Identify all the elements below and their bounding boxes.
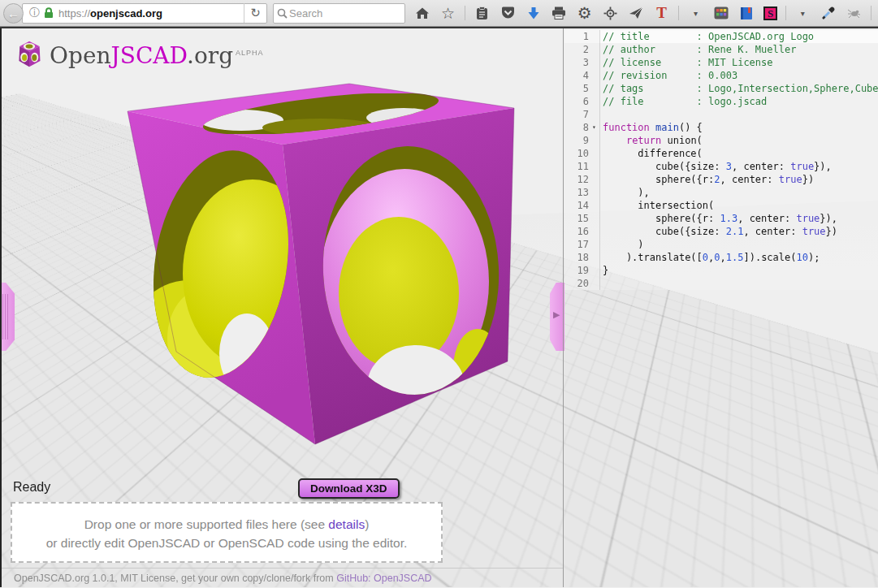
code-text[interactable]: // author : Rene K. Mueller <box>600 43 796 56</box>
code-text[interactable]: ) <box>600 238 644 251</box>
code-text[interactable]: ).translate([0,0,1.5]).scale(10); <box>600 251 820 264</box>
code-text[interactable] <box>600 277 603 290</box>
code-text[interactable]: // title : OpenJSCAD.org Logo <box>600 30 814 43</box>
shareaholic-caret[interactable]: ▾ <box>794 4 811 22</box>
palette-button[interactable] <box>712 4 730 22</box>
code-line[interactable]: 2// author : Rene K. Mueller <box>564 43 878 56</box>
code-text[interactable]: intersection( <box>600 199 714 212</box>
status-text: Ready <box>13 480 50 495</box>
github-link[interactable]: GitHub: OpenJSCAD <box>336 573 431 584</box>
code-line[interactable]: 1// title : OpenJSCAD.org Logo <box>564 30 878 43</box>
code-editor[interactable]: 1// title : OpenJSCAD.org Logo2// author… <box>564 28 878 587</box>
eyedropper-icon <box>821 6 835 20</box>
bookmark-star-button[interactable]: ☆ <box>439 4 457 22</box>
print-button[interactable] <box>550 4 568 22</box>
jscad-logo[interactable]: OpenJSCAD.orgALPHA <box>15 39 264 70</box>
code-line[interactable]: 8▾function main() { <box>564 121 878 134</box>
url-text: https://openjscad.org <box>58 7 244 19</box>
code-line[interactable]: 20 <box>564 277 878 290</box>
line-number: 20 <box>564 277 589 290</box>
line-number: 8 <box>564 121 589 134</box>
send-tab-button[interactable] <box>627 4 645 22</box>
code-line[interactable]: 15 sphere({r: 1.3, center: true}), <box>564 212 878 225</box>
code-line[interactable]: 11 cube({size: 3, center: true}), <box>564 160 878 173</box>
code-text[interactable]: function main() { <box>600 121 703 134</box>
code-line[interactable]: 19} <box>564 264 878 277</box>
code-text[interactable]: return union( <box>600 134 703 147</box>
line-gutter: 14 <box>564 199 600 212</box>
line-number: 10 <box>564 147 589 160</box>
code-text[interactable] <box>600 108 603 121</box>
pocket-button[interactable] <box>499 4 517 22</box>
dictionary-button[interactable] <box>738 4 756 22</box>
line-gutter: 10 <box>564 147 600 160</box>
panel-divider[interactable] <box>563 28 564 587</box>
code-line[interactable]: 14 intersection( <box>564 199 878 212</box>
code-text[interactable]: sphere({r:2, center: true}) <box>600 173 814 186</box>
palette-grid-icon <box>714 6 729 19</box>
home-button[interactable] <box>413 4 431 22</box>
code-line[interactable]: 10 difference( <box>564 147 878 160</box>
line-number: 13 <box>564 186 589 199</box>
code-line[interactable]: 3// license : MIT License <box>564 56 878 69</box>
dropzone-text-line1: Drop one or more supported files here (s… <box>12 515 441 534</box>
text-tool-caret[interactable]: ▾ <box>687 4 705 22</box>
paper-plane-icon <box>629 6 643 19</box>
code-text[interactable]: ), <box>600 186 650 199</box>
code-line[interactable]: 5// tags : Logo,Intersection,Sphere,Cube <box>564 82 878 95</box>
dropzone[interactable]: Drop one or more supported files here (s… <box>11 502 443 563</box>
code-line[interactable]: 4// revision : 0.003 <box>564 69 878 82</box>
line-number: 1 <box>564 30 589 43</box>
search-icon <box>277 8 288 19</box>
url-field[interactable]: ⓘ https://openjscad.org ↻ <box>22 3 267 24</box>
downloads-button[interactable] <box>525 4 543 22</box>
settings-button[interactable]: ⚙ <box>576 4 594 22</box>
line-gutter: 13 <box>564 186 600 199</box>
dropzone-text-line2: or directly edit OpenJSCAD or OpenSCAD c… <box>12 534 441 552</box>
left-panel-tab[interactable] <box>0 283 15 351</box>
code-text[interactable]: cube({size: 2.1, center: true}) <box>600 225 837 238</box>
back-button[interactable]: ← <box>3 3 24 24</box>
url-host: openjscad.org <box>90 7 162 19</box>
code-text[interactable]: // license : MIT License <box>600 56 773 69</box>
eyedropper-button[interactable] <box>820 4 837 22</box>
search-input[interactable] <box>288 6 385 20</box>
fold-marker-icon[interactable]: ▾ <box>589 121 599 134</box>
toolbar-separator <box>465 6 465 20</box>
text-tool-button[interactable]: T <box>652 4 670 22</box>
code-line[interactable]: 9 return union( <box>564 134 878 147</box>
toolbar-separator <box>871 6 872 20</box>
line-number: 6 <box>564 95 589 108</box>
line-gutter: 7 <box>564 108 600 121</box>
line-gutter: 17 <box>564 238 600 251</box>
details-link[interactable]: details <box>328 517 365 531</box>
code-line[interactable]: 18 ).translate([0,0,1.5]).scale(10); <box>564 251 878 264</box>
code-text[interactable]: // revision : 0.003 <box>600 69 737 82</box>
code-text[interactable]: // file : logo.jscad <box>600 95 767 108</box>
code-text[interactable]: // tags : Logo,Intersection,Sphere,Cube <box>600 82 878 95</box>
code-line[interactable]: 12 sphere({r:2, center: true}) <box>564 173 878 186</box>
bug-button[interactable] <box>845 4 863 22</box>
code-line[interactable]: 7 <box>564 108 878 121</box>
code-line[interactable]: 13 ), <box>564 186 878 199</box>
line-gutter: 5 <box>564 82 600 95</box>
reload-button[interactable]: ↻ <box>244 3 266 23</box>
download-x3d-button[interactable]: Download X3D <box>298 478 400 499</box>
reading-list-button[interactable] <box>474 4 491 22</box>
code-line[interactable]: 16 cube({size: 2.1, center: true}) <box>564 225 878 238</box>
shareaholic-button[interactable]: S <box>763 6 777 20</box>
search-box[interactable] <box>273 3 405 24</box>
info-icon[interactable]: ⓘ <box>29 6 40 20</box>
line-gutter: 15 <box>564 212 600 225</box>
code-line[interactable]: 6// file : logo.jscad <box>564 95 878 108</box>
line-number: 17 <box>564 238 589 251</box>
line-gutter: 20 <box>564 277 600 290</box>
logo-cube-icon <box>15 39 44 70</box>
code-line[interactable]: 17 ) <box>564 238 878 251</box>
code-text[interactable]: } <box>600 264 608 277</box>
code-text[interactable]: cube({size: 3, center: true}), <box>600 160 832 173</box>
fit-page-button[interactable] <box>601 4 619 22</box>
code-text[interactable]: sphere({r: 1.3, center: true}), <box>600 212 837 225</box>
code-text[interactable]: difference( <box>600 147 703 160</box>
url-scheme: https:// <box>58 7 90 19</box>
